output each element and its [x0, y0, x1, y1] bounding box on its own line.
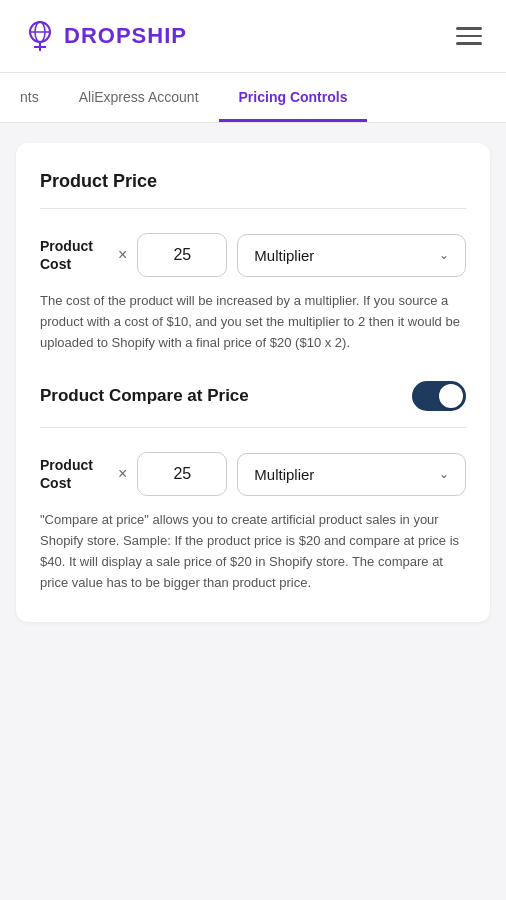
- app-header: DROPSHIP: [0, 0, 506, 73]
- product-price-title: Product Price: [40, 171, 466, 192]
- product-cost-input-1[interactable]: [137, 233, 227, 277]
- product-cost-label-1: Product Cost: [40, 237, 108, 273]
- compare-price-header: Product Compare at Price: [40, 381, 466, 411]
- compare-price-toggle[interactable]: [412, 381, 466, 411]
- hamburger-menu[interactable]: [452, 23, 486, 49]
- hamburger-line-1: [456, 27, 482, 30]
- pricing-card: Product Price Product Cost × Multiplier …: [16, 143, 490, 622]
- multiplier-label-1: Multiplier: [254, 247, 314, 264]
- logo-icon: [20, 16, 60, 56]
- toggle-track: [412, 381, 466, 411]
- product-cost-label-2: Product Cost: [40, 456, 108, 492]
- tab-pricing-controls[interactable]: Pricing Controls: [219, 73, 368, 122]
- multiplier-label-2: Multiplier: [254, 466, 314, 483]
- divider-2: [40, 427, 466, 428]
- logo: DROPSHIP: [20, 16, 187, 56]
- logo-text: DROPSHIP: [64, 23, 187, 49]
- compare-price-title: Product Compare at Price: [40, 386, 249, 406]
- logo-d: D: [64, 23, 81, 48]
- product-price-description: The cost of the product will be increase…: [40, 291, 466, 353]
- compare-cost-input[interactable]: [137, 452, 227, 496]
- multiplier-dropdown-1[interactable]: Multiplier ⌄: [237, 234, 466, 277]
- compare-price-row: Product Cost × Multiplier ⌄: [40, 452, 466, 496]
- tabs-bar: nts AliExpress Account Pricing Controls: [0, 73, 506, 123]
- multiply-icon-1: ×: [118, 246, 127, 264]
- hamburger-line-2: [456, 35, 482, 38]
- divider-1: [40, 208, 466, 209]
- hamburger-line-3: [456, 42, 482, 45]
- chevron-down-icon-2: ⌄: [439, 467, 449, 481]
- tab-aliexpress[interactable]: AliExpress Account: [59, 73, 219, 122]
- multiply-icon-2: ×: [118, 465, 127, 483]
- compare-price-description: "Compare at price" allows you to create …: [40, 510, 466, 593]
- multiplier-dropdown-2[interactable]: Multiplier ⌄: [237, 453, 466, 496]
- toggle-thumb: [439, 384, 463, 408]
- tab-payments[interactable]: nts: [0, 73, 59, 122]
- chevron-down-icon-1: ⌄: [439, 248, 449, 262]
- product-price-row: Product Cost × Multiplier ⌄: [40, 233, 466, 277]
- main-content: Product Price Product Cost × Multiplier …: [0, 123, 506, 642]
